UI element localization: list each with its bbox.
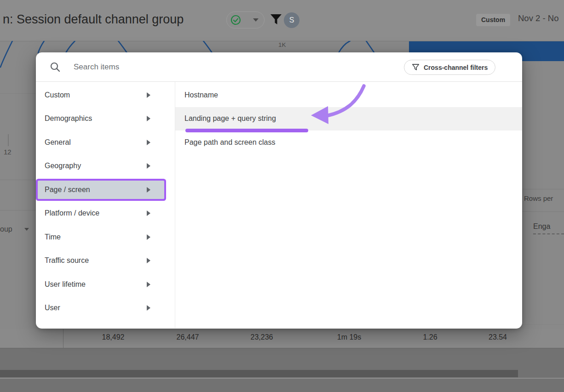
category-row[interactable]: Time — [36, 225, 175, 249]
category-row-inner[interactable]: User — [38, 299, 164, 317]
dialog-body: Custom Demographics General — [36, 82, 522, 328]
dimension-picker-dialog: Cross-channel filters Custom Demogra — [36, 52, 522, 329]
category-row-inner[interactable]: Traffic source — [38, 251, 164, 270]
total-value: 1m 19s — [337, 329, 361, 346]
cross-channel-filters-button[interactable]: Cross-channel filters — [404, 60, 495, 75]
search-input[interactable] — [74, 62, 331, 72]
filters-button-label: Cross-channel filters — [424, 64, 488, 71]
x-axis-tick-label: 12 — [4, 148, 12, 156]
chart-gridline — [0, 93, 36, 94]
category-label: Traffic source — [45, 256, 89, 265]
total-value: 18,492 — [102, 329, 125, 346]
category-row-inner[interactable]: Geography — [38, 157, 164, 175]
category-row-inner[interactable]: Platform / device — [38, 204, 164, 222]
table-border-right — [522, 189, 564, 189]
date-range-label: Nov 2 - No — [518, 13, 558, 23]
category-label: Custom — [45, 91, 70, 99]
category-row[interactable]: Traffic source — [36, 249, 175, 273]
dialog-search-row: Cross-channel filters — [36, 52, 522, 82]
annotation-underline — [185, 129, 308, 132]
category-row[interactable]: Geography — [36, 154, 175, 178]
category-row[interactable]: User lifetime — [36, 273, 175, 296]
category-row[interactable]: Custom — [36, 83, 175, 107]
category-label: Time — [45, 233, 61, 241]
horizontal-scrollbar — [0, 370, 518, 377]
column-header-text: oup — [0, 225, 12, 233]
chevron-right-icon — [147, 116, 150, 121]
check-circle-icon — [230, 15, 241, 25]
avatar: S — [284, 12, 299, 28]
dimension-title: n: Session default channel group — [3, 12, 184, 27]
chevron-right-icon — [147, 305, 150, 311]
engagement-column-header: Enga — [533, 222, 564, 234]
scrollbar-track-edge — [0, 378, 564, 379]
x-axis-tick-mark — [8, 134, 9, 146]
avatar-initial: S — [289, 16, 294, 24]
category-row-inner[interactable]: Custom — [38, 86, 164, 104]
search-icon — [50, 62, 61, 73]
chevron-right-icon — [147, 187, 150, 193]
app-header: n: Session default channel group S Custo… — [0, 0, 564, 41]
screen: n: Session default channel group S Custo… — [0, 0, 564, 392]
category-row[interactable]: Page / screen — [36, 178, 175, 202]
table-border-left — [0, 210, 36, 210]
category-label: General — [45, 138, 71, 147]
category-label: User lifetime — [45, 280, 86, 289]
category-label: Demographics — [45, 114, 92, 123]
dimension-status-pill — [226, 11, 265, 28]
table-column-header-fragment: oup — [0, 225, 29, 233]
caret-down-icon — [24, 228, 29, 231]
rows-per-page-label: Rows per — [524, 194, 553, 202]
chevron-right-icon — [147, 282, 150, 287]
table-border-right — [522, 211, 564, 212]
table-column-divider — [63, 329, 63, 348]
chevron-right-icon — [147, 234, 150, 240]
category-row-inner[interactable]: User lifetime — [38, 275, 164, 294]
category-row[interactable]: Platform / device — [36, 202, 175, 226]
category-row[interactable]: General — [36, 131, 175, 154]
dimension-item[interactable]: Landing page + query string — [175, 107, 522, 131]
dimension-item-label: Hostname — [184, 91, 218, 99]
dimension-item-label: Landing page + query string — [184, 114, 276, 123]
date-preset-badge: Custom — [476, 14, 510, 26]
category-row-inner[interactable]: Demographics — [38, 109, 164, 128]
dimension-item[interactable]: Hostname — [175, 83, 522, 107]
funnel-icon — [412, 63, 420, 71]
category-row-inner[interactable]: General — [38, 133, 164, 152]
chevron-right-icon — [147, 92, 150, 98]
chevron-right-icon — [147, 258, 150, 263]
total-value: 23,236 — [251, 329, 273, 346]
funnel-icon — [270, 14, 282, 25]
category-label: Page / screen — [45, 186, 90, 194]
caret-down-icon — [253, 18, 259, 22]
category-row-inner[interactable]: Page / screen — [38, 181, 164, 199]
category-row-inner[interactable]: Time — [38, 228, 164, 246]
table-border-left — [0, 180, 36, 180]
chevron-right-icon — [147, 163, 150, 169]
category-label: Platform / device — [45, 209, 99, 217]
dimension-list: Hostname Landing page + query string Pag… — [175, 82, 522, 328]
y-axis-tick-label: 1K — [278, 41, 286, 48]
category-label: User — [45, 304, 60, 312]
dimension-item[interactable]: Page path and screen class — [175, 131, 522, 154]
category-row[interactable]: Demographics — [36, 107, 175, 131]
category-row[interactable]: User — [36, 296, 175, 320]
total-value: 1.26 — [423, 329, 437, 346]
dimension-item-label: Page path and screen class — [184, 138, 275, 147]
category-label: Geography — [45, 162, 81, 170]
chevron-right-icon — [147, 140, 150, 145]
chevron-right-icon — [147, 210, 150, 216]
table-totals-row: 18,492 26,447 23,236 1m 19s 1.26 23.54 — [0, 329, 564, 348]
total-value: 26,447 — [177, 329, 199, 346]
category-list: Custom Demographics General — [36, 82, 175, 328]
total-value: 23.54 — [489, 329, 507, 346]
table-border-right — [522, 324, 564, 325]
